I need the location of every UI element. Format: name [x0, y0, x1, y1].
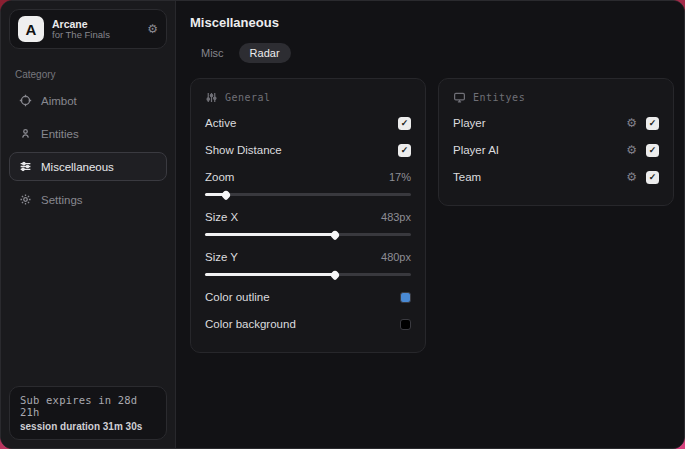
slider-thumb[interactable]	[329, 269, 340, 280]
brand-subtitle: for The Finals	[52, 30, 139, 41]
entity-row-team: Team ⚙	[453, 166, 659, 188]
slider-value: 480px	[381, 251, 411, 263]
brand-text: Arcane for The Finals	[52, 18, 139, 41]
monitor-icon	[453, 91, 466, 104]
color-outline-swatch[interactable]	[400, 292, 411, 303]
slider-thumb[interactable]	[329, 229, 340, 240]
entity-label: Team	[453, 171, 481, 183]
color-label: Color background	[205, 318, 296, 330]
gear-icon[interactable]: ⚙	[626, 170, 637, 184]
gear-icon[interactable]: ⚙	[626, 143, 637, 157]
player-ai-checkbox[interactable]	[646, 144, 659, 157]
app-logo: A	[18, 16, 44, 42]
slider-row-size-y: Size Y 480px	[205, 246, 411, 268]
toggle-row-active: Active	[205, 112, 411, 134]
sidebar-item-settings[interactable]: Settings	[9, 185, 167, 214]
zoom-slider[interactable]	[205, 193, 411, 196]
category-label: Category	[15, 69, 161, 80]
sidebar-item-label: Settings	[41, 194, 83, 206]
slider-label: Size X	[205, 211, 238, 223]
main-content: Miscellaneous Misc Radar General Active …	[176, 1, 685, 448]
session-duration-text: session duration 31m 30s	[20, 421, 156, 432]
page-title: Miscellaneous	[190, 15, 674, 30]
entity-row-player-ai: Player AI ⚙	[453, 139, 659, 161]
team-checkbox[interactable]	[646, 171, 659, 184]
subscription-card: Sub expires in 28d 21h session duration …	[9, 386, 167, 440]
slider-label: Zoom	[205, 171, 234, 183]
gear-icon[interactable]: ⚙	[626, 116, 637, 130]
active-checkbox[interactable]	[398, 117, 411, 130]
brand-card: A Arcane for The Finals ⚙	[9, 9, 167, 49]
gear-icon	[18, 192, 33, 207]
gear-icon[interactable]: ⚙	[147, 22, 158, 36]
toggle-label: Active	[205, 117, 236, 129]
tab-misc[interactable]: Misc	[190, 43, 235, 63]
slider-row-zoom: Zoom 17%	[205, 166, 411, 188]
general-panel: General Active Show Distance Zoom 17%	[190, 78, 426, 353]
size-x-slider[interactable]	[205, 233, 411, 236]
entity-label: Player	[453, 117, 486, 129]
entities-panel: Entityes Player ⚙ Player AI ⚙	[438, 78, 674, 206]
player-checkbox[interactable]	[646, 117, 659, 130]
sidebar-item-label: Miscellaneous	[41, 161, 114, 173]
color-background-swatch[interactable]	[400, 319, 411, 330]
entity-row-player: Player ⚙	[453, 112, 659, 134]
tab-radar[interactable]: Radar	[239, 43, 291, 63]
panel-title: General	[225, 92, 271, 103]
toggle-row-show-distance: Show Distance	[205, 139, 411, 161]
color-label: Color outline	[205, 291, 270, 303]
app-window: A Arcane for The Finals ⚙ Category Aimbo…	[0, 0, 685, 449]
panel-title: Entityes	[473, 92, 525, 103]
tab-bar: Misc Radar	[190, 43, 674, 63]
show-distance-checkbox[interactable]	[398, 144, 411, 157]
size-y-slider[interactable]	[205, 273, 411, 276]
crosshair-icon	[18, 93, 33, 108]
sidebar-nav: Aimbot Entities Miscellaneous Settings	[1, 86, 175, 214]
slider-value: 17%	[389, 171, 411, 183]
sidebar-item-entities[interactable]: Entities	[9, 119, 167, 148]
brand-name: Arcane	[52, 18, 139, 30]
slider-thumb[interactable]	[220, 189, 231, 200]
sliders-icon	[18, 159, 33, 174]
color-row-outline: Color outline	[205, 286, 411, 308]
color-row-background: Color background	[205, 313, 411, 335]
sidebar-item-miscellaneous[interactable]: Miscellaneous	[9, 152, 167, 181]
sliders-icon	[205, 91, 218, 104]
sidebar-item-label: Aimbot	[41, 95, 77, 107]
sidebar-item-label: Entities	[41, 128, 79, 140]
slider-label: Size Y	[205, 251, 238, 263]
sidebar-item-aimbot[interactable]: Aimbot	[9, 86, 167, 115]
sidebar: A Arcane for The Finals ⚙ Category Aimbo…	[1, 1, 176, 448]
person-scan-icon	[18, 126, 33, 141]
entity-label: Player AI	[453, 144, 499, 156]
toggle-label: Show Distance	[205, 144, 282, 156]
sub-expires-text: Sub expires in 28d 21h	[20, 394, 156, 418]
slider-value: 483px	[381, 211, 411, 223]
slider-row-size-x: Size X 483px	[205, 206, 411, 228]
